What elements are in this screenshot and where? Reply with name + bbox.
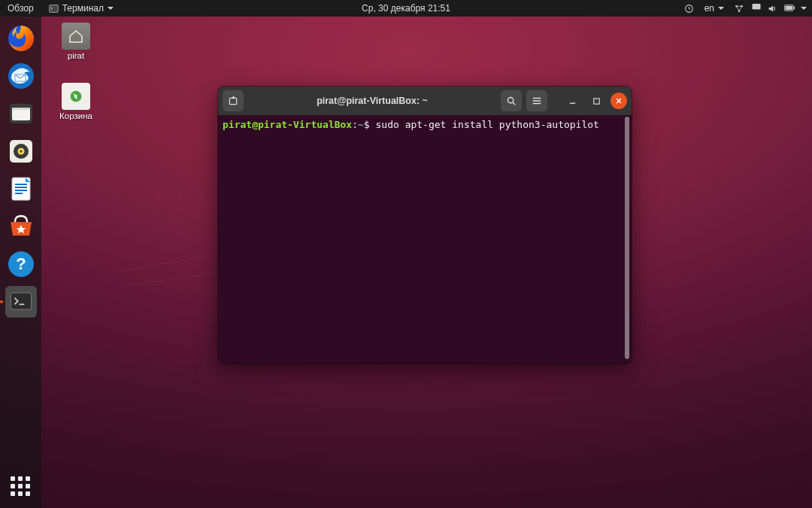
- rhythmbox-icon: [6, 136, 36, 166]
- dock-item-thunderbird[interactable]: [5, 60, 37, 92]
- svg-point-17: [20, 150, 22, 152]
- svg-text:?: ?: [16, 254, 26, 273]
- wallpaper-streak: [120, 253, 224, 272]
- volume-icon: [768, 4, 777, 14]
- minimize-button[interactable]: [562, 91, 582, 111]
- help-icon: ?: [6, 249, 36, 279]
- terminal-scrollbar[interactable]: [625, 117, 629, 359]
- desktop-icon-trash[interactable]: Корзина: [50, 83, 102, 120]
- clock[interactable]: Ср, 30 декабря 21:51: [354, 0, 458, 17]
- battery-icon: [784, 4, 794, 14]
- keyboard-layout[interactable]: en: [699, 0, 729, 17]
- svg-rect-7: [786, 6, 792, 10]
- maximize-button[interactable]: [586, 91, 606, 111]
- window-title: pirat@pirat-VirtualBox: ~: [248, 96, 496, 106]
- app-menu-label: Терминал: [62, 3, 104, 14]
- svg-rect-20: [15, 187, 27, 188]
- svg-rect-22: [15, 193, 23, 194]
- desktop-icon-home[interactable]: pirat: [50, 23, 102, 60]
- svg-line-30: [513, 102, 515, 105]
- prompt-user: pirat@pirat-VirtualBox: [223, 119, 352, 130]
- update-icon: [684, 4, 694, 14]
- app-menu[interactable]: Терминал: [41, 0, 121, 17]
- svg-point-29: [508, 97, 513, 102]
- terminal-window: pirat@pirat-VirtualBox: ~ pirat@pirat-Vi…: [218, 87, 632, 364]
- svg-rect-13: [12, 108, 30, 110]
- trash-icon: [62, 83, 90, 110]
- new-tab-button[interactable]: [223, 90, 244, 111]
- maximize-icon: [592, 97, 601, 105]
- menu-button[interactable]: [526, 90, 547, 111]
- keyboard-layout-label: en: [704, 3, 714, 14]
- desktop-icon-label: pirat: [68, 51, 84, 60]
- dock-item-help[interactable]: ?: [5, 248, 37, 280]
- close-button[interactable]: [611, 93, 627, 109]
- system-status-area[interactable]: [729, 0, 812, 17]
- window-titlebar[interactable]: pirat@pirat-VirtualBox: ~: [218, 87, 632, 115]
- svg-rect-28: [229, 98, 236, 104]
- activities-button[interactable]: Обзор: [0, 0, 41, 17]
- show-applications-button[interactable]: [11, 476, 32, 497]
- search-button[interactable]: [501, 90, 522, 111]
- terminal-menu-icon: [49, 4, 59, 14]
- clock-label: Ср, 30 декабря 21:51: [362, 3, 450, 14]
- activities-label: Обзор: [8, 3, 34, 14]
- prompt-path: ~: [358, 119, 364, 130]
- chevron-down-icon: [718, 7, 724, 10]
- terminal-body[interactable]: pirat@pirat-VirtualBox:~$ sudo apt-get i…: [218, 115, 632, 364]
- dock-item-terminal[interactable]: [5, 286, 37, 318]
- search-icon: [506, 96, 517, 106]
- folder-home-icon: [62, 23, 90, 50]
- vpn-icon: [751, 4, 761, 14]
- prompt-symbol: $: [364, 119, 370, 130]
- update-indicator[interactable]: [679, 0, 699, 17]
- svg-rect-0: [49, 5, 57, 12]
- hamburger-icon: [532, 96, 542, 106]
- terminal-command: sudo apt-get install python3-autopilot: [376, 119, 599, 130]
- chevron-down-icon: [801, 7, 807, 10]
- thunderbird-icon: [6, 61, 36, 91]
- prompt-sep: :: [352, 119, 358, 130]
- dock: ?: [0, 17, 41, 508]
- new-tab-icon: [228, 96, 239, 107]
- svg-rect-19: [15, 184, 27, 185]
- svg-rect-26: [11, 293, 31, 309]
- svg-rect-21: [15, 190, 27, 191]
- libreoffice-writer-icon: [6, 174, 36, 204]
- svg-rect-35: [593, 98, 598, 103]
- firefox-icon: [6, 23, 36, 53]
- dock-item-writer[interactable]: [5, 173, 37, 205]
- top-bar: Обзор Терминал Ср, 30 декабря 21:51 en: [0, 0, 812, 17]
- terminal-icon: [8, 289, 34, 315]
- close-icon: [615, 97, 623, 105]
- dock-item-rhythmbox[interactable]: [5, 135, 37, 167]
- svg-rect-8: [794, 6, 795, 8]
- dock-item-software[interactable]: [5, 211, 37, 242]
- dock-item-firefox[interactable]: [5, 23, 37, 54]
- network-icon: [735, 4, 744, 14]
- chevron-down-icon: [108, 7, 114, 10]
- ubuntu-software-icon: [6, 211, 36, 242]
- svg-rect-5: [753, 4, 761, 10]
- desktop-icon-label: Корзина: [59, 111, 92, 120]
- minimize-icon: [568, 97, 577, 105]
- files-icon: [6, 99, 36, 129]
- dock-item-files[interactable]: [5, 98, 37, 129]
